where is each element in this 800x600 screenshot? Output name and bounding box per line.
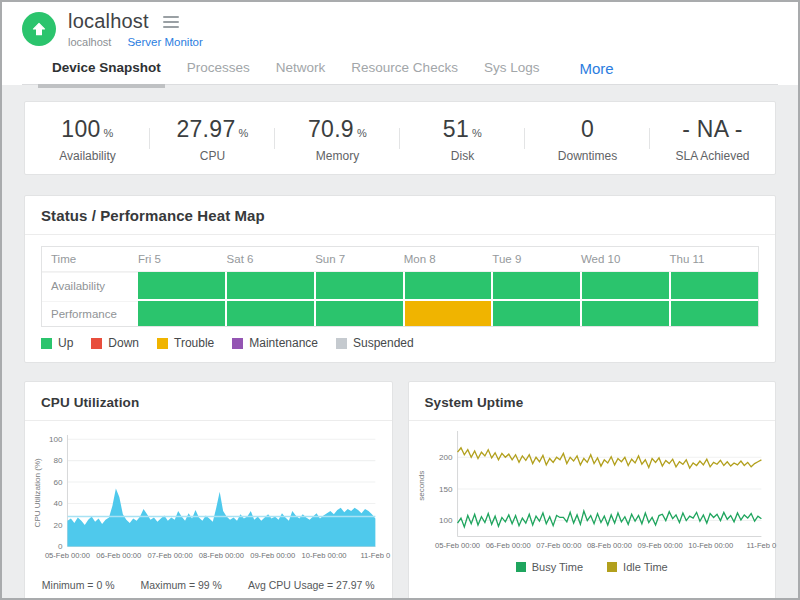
stat-sla-value: - NA - [682,116,743,142]
svg-text:05-Feb 00:00: 05-Feb 00:00 [45,551,90,560]
stat-cpu-unit: % [238,127,248,139]
cpu-stat-minimum: Minimum = 0 % [42,579,115,591]
heatmap-row-label-availability: Availability [42,272,138,299]
heatmap-cell-availability-tue-9[interactable] [493,272,580,299]
stat-memory: 70.9% Memory [275,114,400,163]
tab-bar: Device Snapshot Processes Network Resour… [22,48,778,85]
stat-cpu: 27.97% CPU [150,114,275,163]
heatmap-col-thu11: Thu 11 [669,253,758,265]
svg-text:200: 200 [438,453,452,462]
cpu-stats-line: Minimum = 0 % Maximum = 99 % Avg CPU Usa… [25,575,392,598]
svg-text:06-Feb 00:00: 06-Feb 00:00 [485,541,530,550]
heatmap-col-sun7: Sun 7 [315,253,404,265]
heatmap-row-availability: Availability [42,272,758,299]
stat-sla: - NA - SLA Achieved [650,114,775,163]
busy-time-swatch-icon [516,562,526,572]
heatmap-cell-availability-thu-11[interactable] [671,272,758,299]
tab-processes[interactable]: Processes [187,60,250,75]
heatmap-header-row: Time Fri 5 Sat 6 Sun 7 Mon 8 Tue 9 Wed 1… [42,247,758,272]
svg-text:CPU Utilization (%): CPU Utilization (%) [33,458,42,528]
stat-downtimes-value: 0 [581,116,594,142]
stat-cpu-label: CPU [150,149,275,163]
svg-text:06-Feb 00:00: 06-Feb 00:00 [96,551,141,560]
summary-stats-card: 100% Availability 27.97% CPU 70.9% Memor… [24,101,776,175]
heatmap-cell-performance-fri-5[interactable] [138,301,225,326]
svg-text:100: 100 [49,435,63,444]
svg-text:20: 20 [53,521,63,530]
tab-network[interactable]: Network [276,60,326,75]
breadcrumb-device: localhost [68,36,111,48]
idle-time-swatch-icon [607,562,617,572]
tab-resource-checks[interactable]: Resource Checks [351,60,458,75]
heatmap-cell-performance-mon-8[interactable] [405,301,492,326]
heatmap-card: Status / Performance Heat Map Time Fri 5… [24,195,776,363]
heatmap-row-label-performance: Performance [42,301,138,326]
cpu-stat-maximum: Maximum = 99 % [140,579,221,591]
heatmap-col-wed10: Wed 10 [581,253,670,265]
cpu-utilization-card: CPU Utilization 02040608010005-Feb 00:00… [24,381,393,598]
svg-text:150: 150 [438,485,452,494]
heatmap-col-sat6: Sat 6 [227,253,316,265]
heatmap-cell-availability-wed-10[interactable] [582,272,669,299]
stat-availability-unit: % [104,127,114,139]
heatmap-col-fri5: Fri 5 [138,253,227,265]
legend-item-down: Down [91,336,139,350]
cpu-utilization-chart: 02040608010005-Feb 00:0006-Feb 00:0007-F… [31,427,386,575]
heatmap-cell-performance-sun-7[interactable] [316,301,403,326]
stat-disk-value: 51 [443,116,469,142]
heatmap-cell-performance-thu-11[interactable] [671,301,758,326]
down-status-swatch-icon [91,338,102,349]
legend-item-maintenance: Maintenance [232,336,318,350]
svg-text:09-Feb 00:00: 09-Feb 00:00 [637,541,682,550]
heatmap-legend: Up Down Trouble Maintenance Suspended [41,336,759,350]
stat-availability: 100% Availability [25,114,150,163]
system-uptime-card: System Uptime 10015020005-Feb 00:0006-Fe… [408,381,777,598]
tab-sys-logs[interactable]: Sys Logs [484,60,540,75]
trouble-status-swatch-icon [157,338,168,349]
stat-memory-value: 70.9 [308,116,354,142]
heatmap-col-tue9: Tue 9 [492,253,581,265]
tab-device-snapshot[interactable]: Device Snapshot [52,60,161,75]
legend-item-up: Up [41,336,73,350]
heatmap-cell-availability-mon-8[interactable] [405,272,492,299]
svg-text:80: 80 [53,456,63,465]
stat-memory-unit: % [357,127,367,139]
up-status-swatch-icon [41,338,52,349]
heatmap-cell-availability-fri-5[interactable] [138,272,225,299]
svg-text:11-Feb 0: 11-Feb 0 [746,541,776,550]
cpu-stat-average: Avg CPU Usage = 27.97 % [248,579,375,591]
heatmap-cell-performance-tue-9[interactable] [493,301,580,326]
heatmap-cell-availability-sun-7[interactable] [316,272,403,299]
svg-text:100: 100 [438,516,452,525]
stat-availability-value: 100 [61,116,100,142]
tab-more[interactable]: More [579,60,613,77]
svg-text:05-Feb 00:00: 05-Feb 00:00 [434,541,479,550]
stat-downtimes: 0 Downtimes [525,114,650,163]
svg-text:10-Feb 00:00: 10-Feb 00:00 [688,541,733,550]
content-area: 100% Availability 27.97% CPU 70.9% Memor… [2,85,798,598]
heatmap-cell-performance-wed-10[interactable] [582,301,669,326]
breadcrumb-category-link[interactable]: Server Monitor [127,36,202,48]
svg-text:08-Feb 00:00: 08-Feb 00:00 [586,541,631,550]
cpu-chart-title: CPU Utilization [41,395,139,410]
uptime-legend: Busy Time Idle Time [409,553,776,585]
heatmap-col-mon8: Mon 8 [404,253,493,265]
stat-availability-label: Availability [25,149,150,163]
legend-item-busy-time: Busy Time [516,561,583,573]
breadcrumb: localhost Server Monitor [68,36,203,48]
stat-disk: 51% Disk [400,114,525,163]
page-title: localhost [68,10,149,33]
heatmap-cell-performance-sat-6[interactable] [227,301,314,326]
svg-text:07-Feb 00:00: 07-Feb 00:00 [536,541,581,550]
menu-hamburger-icon[interactable] [161,14,181,30]
device-status-up-icon [22,12,56,46]
stat-memory-label: Memory [275,149,400,163]
uptime-chart-title: System Uptime [425,395,524,410]
heatmap-title: Status / Performance Heat Map [41,207,265,224]
heatmap-cell-availability-sat-6[interactable] [227,272,314,299]
legend-item-trouble: Trouble [157,336,214,350]
svg-text:40: 40 [53,499,63,508]
legend-item-idle-time: Idle Time [607,561,668,573]
stat-cpu-value: 27.97 [176,116,235,142]
heatmap-table: Time Fri 5 Sat 6 Sun 7 Mon 8 Tue 9 Wed 1… [41,246,759,327]
